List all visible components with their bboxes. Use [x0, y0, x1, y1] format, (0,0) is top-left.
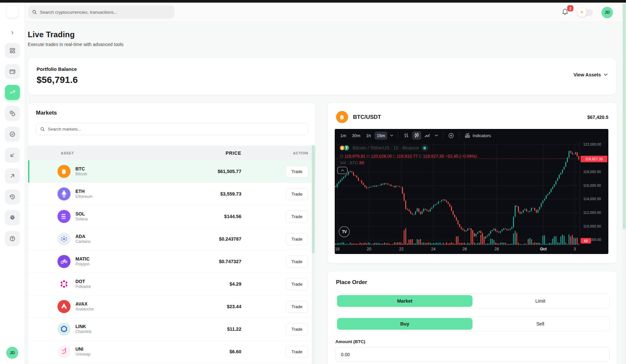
trade-button-btc[interactable]: Trade — [286, 166, 308, 178]
tradingview-logo[interactable]: TV — [339, 226, 350, 237]
markets-search[interactable] — [36, 123, 308, 135]
sidebar-item-wallet[interactable] — [5, 64, 20, 79]
price-axis-label: 112,000.00 — [583, 211, 601, 214]
time-axis-label: 28 — [494, 247, 499, 251]
chart-legend: T ฿ Bitcoin / TetherUS · 15 · Binance O … — [338, 144, 479, 166]
change-value: −52.45 (−0.04%) — [445, 154, 477, 159]
dot-icon — [57, 277, 71, 291]
price-axis-label: 116,000.00 — [583, 183, 601, 187]
trade-button-dot[interactable]: Trade — [286, 278, 308, 290]
check-circle-icon — [9, 131, 16, 137]
sidebar-avatar[interactable]: JD — [6, 347, 18, 359]
page-subtitle: Execute trades in real-time with advance… — [28, 42, 123, 47]
sidebar-item-settings[interactable] — [5, 210, 20, 225]
eth-icon — [57, 187, 71, 200]
sidebar-item-deposit[interactable] — [5, 148, 20, 163]
markets-scrollbar-thumb[interactable] — [312, 145, 315, 253]
trade-button-eth[interactable]: Trade — [286, 188, 308, 200]
legend-collapse-button[interactable] — [337, 167, 347, 174]
vol-value: 69 — [359, 160, 364, 165]
timeframe-dropdown[interactable] — [389, 133, 395, 138]
trade-button-avax[interactable]: Trade — [286, 301, 308, 313]
market-status-indicator[interactable] — [421, 144, 428, 151]
trade-button-ada[interactable]: Trade — [286, 233, 308, 245]
page-scrollbar[interactable] — [622, 3, 626, 364]
notifications-button[interactable]: 2 — [562, 8, 570, 17]
svg-text:฿: ฿ — [62, 168, 66, 175]
trade-button-link[interactable]: Trade — [286, 323, 308, 335]
market-row-btc[interactable]: ฿BTCBitcoin$61,505.77Trade — [28, 160, 316, 183]
price-axis[interactable]: 122,000.00118,000.00116,000.00114,000.00… — [580, 142, 608, 245]
compare-add-button[interactable] — [446, 131, 456, 140]
arrow-up-right-icon — [9, 173, 16, 179]
market-row-matic[interactable]: MATICPolygon$0.747327Trade — [28, 250, 316, 273]
timeframe-30m[interactable]: 30m — [350, 132, 362, 140]
area-style-button[interactable] — [423, 131, 432, 140]
chart-plot-area[interactable]: 122,000.00118,000.00116,000.00114,000.00… — [335, 142, 608, 245]
market-row-avax[interactable]: AVAXAvalanche$23.44Trade — [28, 295, 316, 318]
order-type-limit-tab[interactable]: Limit — [473, 295, 608, 307]
sidebar-item-dashboard[interactable] — [5, 43, 20, 58]
market-row-ada[interactable]: ADACardano$0.243787Trade — [28, 228, 316, 250]
market-row-link[interactable]: LINKChainlink$11.22Trade — [28, 318, 316, 340]
chevron-up-icon — [341, 169, 344, 171]
asset-price: $11.22 — [166, 326, 241, 332]
sidebar-item-withdraw[interactable] — [5, 168, 20, 183]
view-assets-button[interactable]: View Assets — [573, 72, 608, 77]
markets-scrollbar[interactable] — [312, 145, 315, 364]
asset-name: Uniswap — [75, 352, 90, 357]
h-label: H — [366, 154, 369, 159]
page-scrollbar-thumb[interactable] — [623, 3, 626, 229]
app-logo[interactable] — [6, 6, 19, 18]
market-row-dot[interactable]: DOTPolkadot$4.29Trade — [28, 273, 316, 295]
style-dropdown[interactable] — [433, 133, 440, 138]
trade-button-uni[interactable]: Trade — [286, 346, 308, 358]
trade-button-matic[interactable]: Trade — [286, 256, 308, 268]
theme-toggle[interactable]: ☀ — [578, 9, 593, 16]
candles-style-button[interactable] — [412, 131, 421, 140]
order-type-market-tab[interactable]: Market — [337, 295, 473, 307]
timeframe-15m[interactable]: 15m — [375, 132, 387, 140]
global-search[interactable] — [28, 6, 174, 19]
market-row-eth[interactable]: ETHEthereum$3,559.73Trade — [28, 183, 316, 205]
timeframe-1h[interactable]: 1h — [364, 132, 373, 140]
sidebar-item-live-trading[interactable] — [5, 85, 20, 100]
indicators-button[interactable]: Indicators — [463, 131, 492, 140]
sidebar-collapse-toggle[interactable] — [8, 29, 17, 37]
time-axis-label: 26 — [462, 247, 467, 251]
asset-cell: MATICPolygon — [36, 255, 166, 268]
user-avatar[interactable]: JD — [602, 7, 613, 18]
time-axis-label: 18 — [335, 247, 339, 251]
sidebar-item-coins[interactable] — [5, 106, 20, 121]
markets-search-input[interactable] — [48, 127, 304, 132]
sidebar-item-orders[interactable] — [5, 127, 20, 142]
c-value: 119,927.35 — [423, 154, 444, 159]
price-axis-label: 122,000.00 — [583, 142, 601, 146]
vol-label: Vol · BTC — [340, 160, 358, 165]
bars-style-button[interactable] — [402, 131, 411, 140]
order-side-tabs: BuySell — [335, 316, 610, 331]
market-row-uni[interactable]: UNIUniswap$6.60Trade — [28, 340, 316, 363]
order-side-buy-tab[interactable]: Buy — [337, 318, 473, 330]
coins-icon — [9, 110, 16, 117]
sidebar-item-help[interactable] — [5, 231, 20, 246]
order-side-sell-tab[interactable]: Sell — [473, 318, 608, 330]
asset-cell: ADACardano — [36, 232, 166, 245]
global-search-input[interactable] — [40, 10, 170, 15]
view-assets-label: View Assets — [573, 72, 601, 77]
asset-name: Cardano — [75, 239, 90, 244]
arrow-down-left-icon — [9, 152, 16, 158]
time-axis[interactable]: 182022242628Oct3 — [335, 245, 580, 254]
market-row-sol[interactable]: SOLSolana$144.56Trade — [28, 205, 316, 228]
amount-input[interactable] — [335, 347, 610, 362]
timeframe-1m[interactable]: 1m — [338, 132, 348, 140]
l-value: 119,915.77 — [397, 154, 418, 159]
portfolio-balance-label: Portfolio Balance — [37, 66, 77, 72]
top-accent-bar — [0, 0, 626, 3]
column-asset: ASSET — [36, 151, 166, 155]
asset-symbol: BTC — [75, 166, 87, 172]
trade-button-sol[interactable]: Trade — [286, 211, 308, 223]
sidebar-item-history[interactable] — [5, 189, 20, 204]
current-price-badge: 119,927.35 — [581, 156, 607, 162]
place-order-title: Place Order — [336, 279, 367, 286]
